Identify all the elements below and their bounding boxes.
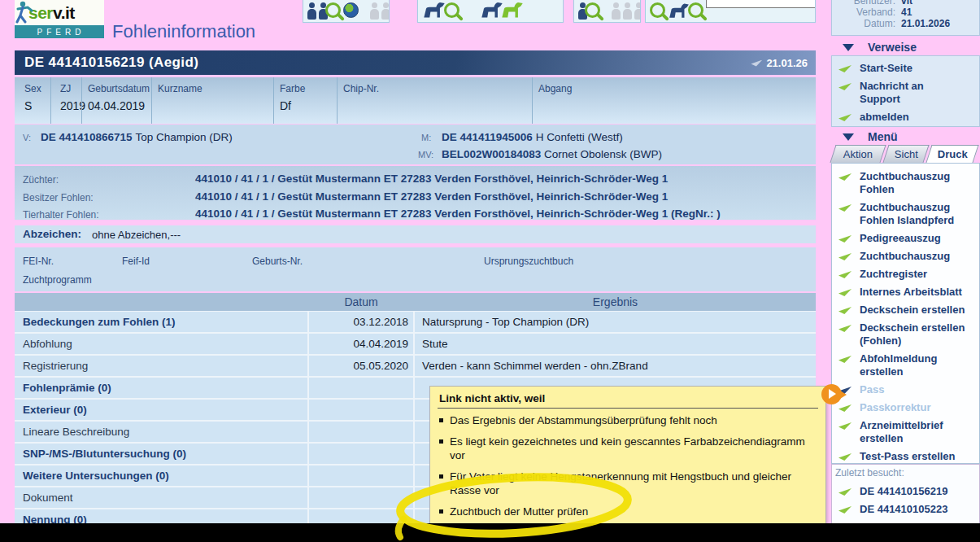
row-datum: 04.04.2019	[309, 334, 413, 354]
toolbar-group-horse-search[interactable]	[417, 0, 564, 23]
toolbar-group-persons[interactable]	[573, 0, 641, 23]
horse-green-icon	[500, 0, 525, 19]
person-disabled-icon	[370, 2, 379, 20]
arrow-icon	[838, 453, 852, 461]
menu-item-zuchtbuchauszug-fohlen-islandpferd[interactable]: Zuchtbuchauszug Fohlen Islandpferd	[838, 201, 979, 227]
events-table-header: Datum Ergebnis	[15, 293, 816, 311]
arrow-icon	[838, 271, 852, 278]
verband-value: 41	[901, 7, 912, 18]
value-farbe: Df	[280, 99, 291, 112]
tab-druck[interactable]: Druck	[926, 145, 978, 163]
sidebar-item-nachricht-support[interactable]: Nachricht an Support	[838, 80, 979, 106]
feif-id-label: Feif-Id	[122, 256, 150, 267]
menu-title: Menü	[868, 130, 898, 143]
search-magnifier-icon	[650, 2, 665, 18]
damsire-label: MV:	[418, 150, 433, 160]
menu-item-internes-arbeitsblatt[interactable]: Internes Arbeitsblatt	[838, 286, 979, 299]
zuchtprogramm-label: Zuchtprogramm	[23, 274, 92, 286]
arrow-icon	[838, 65, 852, 72]
sire-value[interactable]: DE 441410866715 Top Champion (DR)	[41, 131, 233, 143]
menu-item-deckschein-erstellen[interactable]: Deckschein erstellen	[838, 304, 979, 317]
row-ergebnis: Verden - kann Schimmel werden - ohn.ZBra…	[415, 356, 816, 376]
globe-icon	[343, 2, 359, 18]
menu-item-arzneimittelbrief-erstellen[interactable]: Arzneimittelbrief erstellen	[838, 419, 979, 445]
row-datum	[309, 422, 413, 442]
sire-label: V:	[23, 133, 31, 142]
geburts-nr-label: Geburts-Nr.	[252, 256, 303, 267]
menu-item-abfohlmeldung-erstellen[interactable]: Abfohlmeldung erstellen	[838, 352, 979, 378]
sidebar-item-startseite[interactable]: Start-Seite	[838, 62, 979, 75]
row-label-lineare-beschreibung: Lineare Beschreibung	[15, 422, 307, 442]
row-datum	[309, 444, 413, 464]
owner-value: 441010 / 41 / 1 / Gestüt Mustermann ET 2…	[195, 190, 668, 203]
row-link-snp-untersuchung[interactable]: SNP-/MS-/Blutuntersuchung (0)	[15, 444, 307, 464]
row-label-dokument: Dokument	[15, 487, 307, 508]
toolbar-group-quick-search[interactable]	[645, 0, 816, 23]
toolbar-group-persons-search[interactable]	[303, 0, 390, 23]
row-ergebnis: Stute	[415, 334, 816, 354]
servit-brand: serv.it	[15, 0, 104, 25]
horse-icon	[422, 0, 446, 19]
person-disabled-icon	[612, 2, 621, 20]
markings-value: ohne Abzeichen,---	[92, 229, 181, 241]
servit-pferd-logo[interactable]: serv.it PFERD	[15, 0, 104, 38]
quick-search-input[interactable]	[706, 0, 816, 8]
person-icon	[307, 2, 316, 20]
menu-item-test-pass-erstellen[interactable]: Test-Pass erstellen	[838, 450, 979, 463]
row-link-weitere-untersuchungen[interactable]: Weitere Untersuchungen (0)	[15, 466, 307, 486]
table-row: Registrierung05.05.2020Verden - kann Sch…	[15, 356, 816, 376]
logo-person-icon	[15, 1, 33, 24]
menu-item-pedigreeauszug[interactable]: Pedigreeauszug	[838, 232, 979, 245]
menu-item-zuchtbuchauszug[interactable]: Zuchtbuchauszug	[838, 250, 979, 263]
breeder-label: Züchter:	[23, 174, 59, 186]
row-ergebnis: Natursprung - Top Champion (DR)	[415, 312, 816, 332]
markings-bar: Abzeichen: ohne Abzeichen,---	[15, 225, 816, 243]
sidebar-item-abmelden[interactable]: abmelden	[838, 111, 979, 124]
ids-section: FEI-Nr. Feif-Id Geburts-Nr. Ursprungszuc…	[15, 247, 816, 291]
tab-sicht[interactable]: Sicht	[882, 145, 929, 163]
verweise-section-header[interactable]: Verweise	[831, 40, 980, 55]
recent-item[interactable]: DE 441410156219	[838, 485, 979, 498]
recently-visited-title: Zuletzt besucht:	[835, 467, 979, 479]
row-datum	[309, 400, 413, 420]
user-label: Benutzer:	[832, 0, 895, 7]
horse-icon	[668, 1, 690, 19]
menu-item-deckschein-erstellen-fohlen[interactable]: Deckschein erstellen (Fohlen)	[838, 321, 979, 347]
col-header-zj: ZJ	[60, 83, 71, 94]
datum-label: Datum:	[832, 18, 895, 29]
row-link-fohlenpraemie[interactable]: Fohlenprämie (0)	[15, 378, 307, 398]
row-link-bedeckungen[interactable]: Bedeckungen zum Fohlen (1)	[15, 312, 307, 332]
menu-item-pass: Pass	[838, 383, 979, 396]
damsire-value[interactable]: BEL002W00184083 Cornet Obolensk (BWP)	[442, 148, 662, 160]
search-magnifier-icon	[688, 2, 703, 18]
keeper-value: 441010 / 41 / 1 / Gestüt Mustermann ET 2…	[195, 208, 721, 220]
value-sex: S	[24, 99, 32, 112]
arrow-icon	[838, 325, 852, 332]
tab-aktion[interactable]: Aktion	[830, 145, 886, 163]
tooltip-bullet: Für Vater liegt keine Hengstanerkennung …	[438, 470, 818, 497]
col-header-datum: Datum	[309, 295, 413, 308]
page-title: Fohleninformation	[112, 21, 255, 42]
arrow-icon	[838, 488, 852, 496]
record-header-bar: DE 441410156219 (Aegid) 21.01.26	[15, 50, 816, 75]
menu-item-zuchtregister[interactable]: Zuchtregister	[838, 268, 979, 281]
arrow-icon	[838, 307, 852, 314]
dam-value[interactable]: DE 441411945006 H Confetti (Westf)	[442, 131, 623, 143]
fei-nr-label: FEI-Nr.	[23, 256, 54, 267]
breeder-value: 441010 / 41 / 1 / Gestüt Mustermann ET 2…	[195, 173, 668, 185]
record-title: DE 441410156219 (Aegid)	[24, 55, 198, 71]
recent-item[interactable]: DE 441410105223	[838, 503, 979, 516]
col-header-chipnr: Chip-Nr.	[343, 83, 379, 94]
pedigree-section: V: DE 441410866715 Top Champion (DR) M: …	[15, 125, 816, 164]
search-magnifier-icon	[325, 2, 341, 18]
search-magnifier-icon	[444, 2, 460, 18]
person-disabled-icon	[623, 2, 632, 20]
value-geburtsdatum: 04.04.2019	[88, 99, 145, 112]
col-header-ergebnis: Ergebnis	[415, 295, 816, 308]
bottom-black-bar	[0, 523, 980, 542]
menu-section-header[interactable]: Menü	[831, 129, 980, 144]
chevron-down-icon	[843, 133, 854, 141]
menu-item-zuchtbuchauszug-fohlen[interactable]: Zuchtbuchauszug Fohlen	[838, 170, 979, 196]
row-link-exterieur[interactable]: Exterieur (0)	[15, 400, 307, 420]
row-datum: 05.05.2020	[309, 356, 413, 376]
